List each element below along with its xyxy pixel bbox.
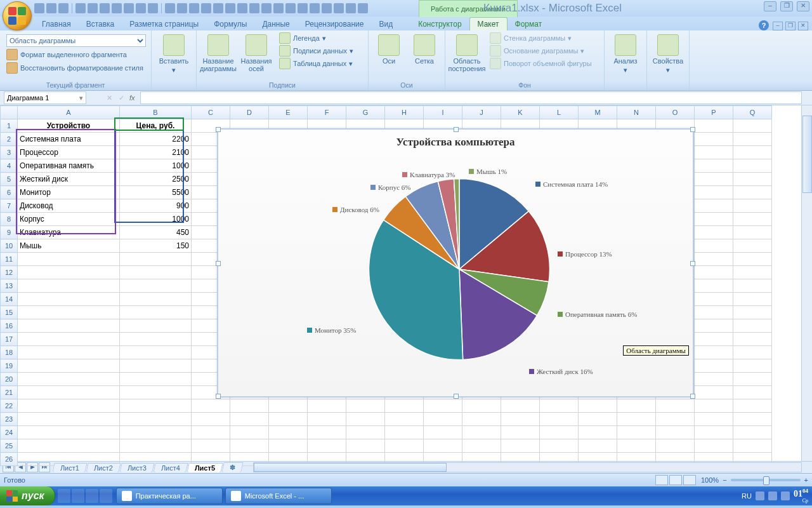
workbook-restore-button[interactable]: ❐ — [785, 22, 796, 30]
axes-button[interactable]: Оси — [372, 32, 405, 65]
ribbon-tab[interactable]: Вставка — [79, 18, 122, 30]
help-icon[interactable]: ? — [759, 20, 769, 30]
quick-launch-icon[interactable] — [72, 489, 84, 503]
qat-icon[interactable] — [334, 3, 344, 13]
chart-element-selector[interactable]: Область диаграммы — [6, 34, 146, 47]
qat-save-icon[interactable] — [34, 3, 44, 13]
ribbon-tab[interactable]: Главная — [34, 18, 79, 30]
worksheet[interactable]: ABCDEFGHIJKLMNOPQ1УстройствоЦена, руб.2С… — [0, 105, 812, 461]
clock[interactable]: 0104Ср — [794, 487, 808, 505]
qat-icon[interactable] — [88, 3, 98, 13]
scrollbar-thumb[interactable] — [254, 463, 447, 472]
tray-icon[interactable] — [781, 491, 790, 500]
resize-handle[interactable] — [216, 394, 221, 399]
qat-icon[interactable] — [225, 3, 235, 13]
resize-handle[interactable] — [690, 127, 695, 132]
qat-icon[interactable] — [177, 3, 187, 13]
qat-icon[interactable] — [148, 3, 158, 13]
vertical-scrollbar[interactable] — [801, 105, 812, 461]
qat-icon[interactable] — [346, 3, 356, 13]
zoom-out-button[interactable]: − — [723, 476, 726, 484]
view-pagebreak-button[interactable] — [683, 475, 696, 485]
qat-icon[interactable] — [249, 3, 259, 13]
resize-handle[interactable] — [454, 127, 459, 132]
ribbon-tab-context-active[interactable]: Макет — [469, 17, 508, 30]
sheet-tab[interactable]: Лист5 — [187, 463, 223, 472]
qat-icon[interactable] — [189, 3, 199, 13]
formula-input[interactable] — [140, 91, 802, 104]
resize-handle[interactable] — [690, 261, 695, 266]
sheet-tab[interactable]: Лист2 — [86, 463, 121, 472]
qat-icon[interactable] — [201, 3, 211, 13]
qat-icon[interactable] — [100, 3, 110, 13]
resize-handle[interactable] — [216, 127, 221, 132]
minimize-button[interactable]: – — [764, 1, 776, 11]
sheet-tab[interactable]: Лист4 — [153, 463, 188, 472]
view-normal-button[interactable] — [655, 475, 668, 485]
workbook-close-button[interactable]: ✕ — [798, 22, 808, 30]
ribbon-tab[interactable]: Формулы — [206, 18, 254, 30]
resize-handle[interactable] — [690, 394, 695, 399]
tray-icon[interactable] — [756, 491, 764, 500]
close-button[interactable]: ✕ — [797, 1, 809, 11]
data-table-button[interactable]: Таблица данных ▾ — [277, 57, 356, 70]
format-selection-button[interactable]: Формат выделенного фрагмента — [6, 49, 146, 60]
properties-button[interactable]: Свойства▾ — [651, 32, 685, 74]
qat-icon[interactable] — [237, 3, 247, 13]
ribbon-tab-context[interactable]: Конструктор — [410, 18, 469, 30]
qat-icon[interactable] — [285, 3, 296, 13]
qat-icon[interactable] — [310, 3, 320, 13]
pie-chart[interactable] — [364, 174, 554, 364]
zoom-in-button[interactable]: + — [804, 476, 808, 484]
quick-launch-icon[interactable] — [86, 489, 98, 503]
reset-style-button[interactable]: Восстановить форматирование стиля — [6, 62, 146, 74]
qat-icon[interactable] — [213, 3, 223, 13]
maximize-button[interactable]: ❐ — [780, 1, 793, 11]
workbook-minimize-button[interactable]: – — [773, 22, 783, 30]
fx-icon[interactable]: fx — [129, 94, 135, 102]
name-box[interactable]: Диаграмма 1▾ — [4, 91, 86, 104]
data-labels-button[interactable]: Подписи данных ▾ — [277, 44, 356, 57]
plot-area-button[interactable]: Область построения — [449, 32, 485, 72]
axis-titles-button[interactable]: Названия осей — [239, 32, 274, 72]
qat-undo-icon[interactable] — [46, 3, 56, 13]
insert-button[interactable]: Вставить▾ — [156, 32, 192, 74]
new-sheet-button[interactable]: ✽ — [222, 462, 244, 472]
qat-icon[interactable] — [273, 3, 284, 13]
resize-handle[interactable] — [454, 394, 459, 399]
quick-launch-icon[interactable] — [58, 489, 70, 503]
qat-icon[interactable] — [322, 3, 332, 13]
analysis-button[interactable]: Анализ▾ — [608, 32, 643, 74]
gridlines-button[interactable]: Сетка — [408, 32, 441, 65]
office-button[interactable] — [3, 1, 32, 30]
start-button[interactable]: пуск — [0, 486, 55, 505]
quick-launch-icon[interactable] — [100, 489, 112, 503]
qat-icon[interactable] — [112, 3, 122, 13]
qat-dropdown-icon[interactable] — [358, 3, 368, 13]
taskbar-button[interactable]: Практическая ра... — [116, 488, 223, 504]
taskbar-button[interactable]: Microsoft Excel - ... — [225, 488, 332, 504]
zoom-slider[interactable] — [731, 479, 801, 481]
view-layout-button[interactable] — [669, 475, 682, 485]
chart-title-button[interactable]: Название диаграммы — [200, 32, 236, 72]
horizontal-scrollbar[interactable] — [253, 462, 802, 472]
tray-icon[interactable] — [768, 491, 777, 500]
legend-button[interactable]: Легенда ▾ — [277, 32, 356, 44]
language-indicator[interactable]: RU — [742, 492, 752, 500]
qat-icon[interactable] — [298, 3, 308, 13]
ribbon-tab[interactable]: Вид — [371, 18, 400, 30]
ribbon-tab-context[interactable]: Формат — [508, 18, 550, 30]
qat-icon[interactable] — [124, 3, 134, 13]
qat-icon[interactable] — [165, 3, 175, 13]
zoom-control[interactable]: 100% − + — [701, 476, 808, 484]
qat-icon[interactable] — [136, 3, 146, 13]
qat-redo-icon[interactable] — [58, 3, 69, 13]
sheet-tab[interactable]: Лист3 — [119, 463, 154, 472]
ribbon-tab[interactable]: Данные — [254, 18, 297, 30]
chart-object[interactable]: Устройства компьютера Системная плата 14… — [217, 128, 694, 398]
ribbon-tab[interactable]: Рецензирование — [298, 18, 372, 30]
sheet-tab[interactable]: Лист1 — [52, 463, 87, 472]
scrollbar-thumb[interactable] — [802, 116, 812, 193]
qat-icon[interactable] — [75, 3, 86, 13]
resize-handle[interactable] — [216, 261, 221, 266]
